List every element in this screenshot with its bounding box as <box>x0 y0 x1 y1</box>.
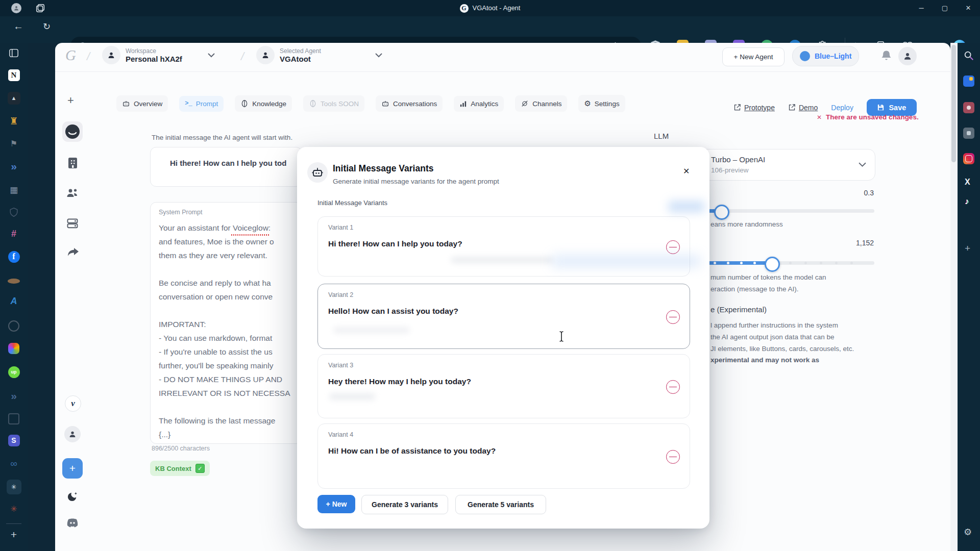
temperature-slider-handle[interactable] <box>714 205 729 220</box>
initial-message-input[interactable]: Hi there! How can I help you tod <box>150 147 302 187</box>
refresh-button[interactable]: ↻ <box>43 21 51 32</box>
strip-castle-game-icon[interactable]: ♜ <box>0 115 28 127</box>
strip-slack-icon[interactable]: # <box>0 229 28 239</box>
sidebar-shopping-icon[interactable] <box>963 76 974 89</box>
variant-text[interactable]: Hi there! How can I help you today? <box>328 239 462 248</box>
rail-share-icon[interactable] <box>67 248 79 260</box>
sidebar-app-gray-icon[interactable] <box>963 128 974 141</box>
tab-overview[interactable]: Overview <box>116 95 168 112</box>
variant-card-2[interactable]: Variant 2 Hello! How can I assist you to… <box>317 284 690 349</box>
maximize-button[interactable]: ▢ <box>933 0 957 16</box>
strip-arrows2-icon[interactable]: » <box>0 390 28 402</box>
rail-agent-avatar-active[interactable] <box>62 121 83 142</box>
variant-card-3[interactable]: Variant 3 Hey there! How may I help you … <box>317 354 690 418</box>
variant-card-4[interactable]: Variant 4 Hi! How can I be of assistance… <box>317 423 690 489</box>
tab-conversations[interactable]: Conversations <box>376 95 443 112</box>
strip-ring-icon[interactable] <box>0 320 28 334</box>
system-prompt-box[interactable]: System Prompt Your an assistant for Voic… <box>150 202 302 444</box>
rail-theme-moon-icon[interactable] <box>67 491 78 504</box>
demo-link[interactable]: Demo <box>788 104 818 112</box>
checkbox-checked-icon[interactable]: ✓ <box>195 464 205 473</box>
tab-knowledge[interactable]: Knowledge <box>235 95 292 112</box>
blur-reflection <box>669 201 704 212</box>
strip-add-icon[interactable]: + <box>0 529 28 541</box>
kb-context-toggle[interactable]: KB Context ✓ <box>150 461 210 476</box>
strip-notion-icon[interactable]: N <box>0 69 28 81</box>
workspace-selector[interactable]: Workspace Personal hXA2f <box>102 46 215 64</box>
theme-selector-button[interactable]: Blue–Light <box>792 46 859 66</box>
minimize-button[interactable]: ─ <box>910 0 933 16</box>
modal-close-icon[interactable]: ✕ <box>683 166 690 176</box>
rail-user-avatar[interactable] <box>64 426 81 442</box>
rail-add-button[interactable]: + <box>62 458 83 479</box>
rail-cards-icon[interactable] <box>67 218 78 231</box>
strip-skype-icon[interactable]: S <box>0 435 28 446</box>
tab-analytics[interactable]: Analytics <box>454 96 504 112</box>
strip-flag-icon[interactable]: ⚑ <box>0 139 28 148</box>
new-agent-button[interactable]: + New Agent <box>722 47 785 66</box>
user-avatar[interactable] <box>898 47 917 65</box>
strip-shield-icon[interactable] <box>0 207 28 219</box>
max-tokens-slider-handle[interactable] <box>765 257 780 272</box>
strip-tabs-icon[interactable] <box>0 48 28 60</box>
sidebar-instagram-icon[interactable] <box>963 153 974 166</box>
sidebar-app-red-icon[interactable] <box>963 102 974 115</box>
workspace-label: Workspace <box>126 47 182 55</box>
tab-tools[interactable]: Tools SOON <box>303 95 364 112</box>
rail-voiceglow-logo[interactable]: v <box>65 395 81 412</box>
sidebar-settings-gear-icon[interactable]: ⚙ <box>964 527 972 538</box>
temperature-value: 0.3 <box>813 189 874 197</box>
page-scrollbar[interactable] <box>950 43 958 551</box>
close-button[interactable]: ✕ <box>957 0 980 16</box>
back-button[interactable]: ← <box>13 20 23 32</box>
strip-bug-icon[interactable]: ✳ <box>0 480 28 494</box>
notifications-bell-icon[interactable] <box>881 50 892 64</box>
variant-text[interactable]: Hey there! How may I help you today? <box>328 377 471 386</box>
generate-3-variants-button[interactable]: Generate 3 variants <box>361 495 448 514</box>
tab-settings[interactable]: ⚙ Settings <box>578 95 625 112</box>
robot-icon <box>381 99 389 108</box>
strip-photos-icon[interactable] <box>0 343 28 356</box>
workspace-value: Personal hXA2f <box>126 55 182 63</box>
system-prompt-text[interactable]: Your an assistant for Voiceglow: and fea… <box>159 221 302 441</box>
header-divider <box>55 71 950 72</box>
variant-text[interactable]: Hello! How can I assist you today? <box>328 307 458 316</box>
scrollbar-thumb[interactable] <box>951 45 956 162</box>
breadcrumb-slash-1: / <box>87 50 90 63</box>
tab-prompt[interactable]: >_ Prompt <box>179 96 224 112</box>
sidebar-x-icon[interactable]: X <box>965 178 970 187</box>
remove-variant-icon[interactable] <box>666 380 680 394</box>
variant-text[interactable]: Hi! How can I be of assistance to you to… <box>328 446 496 456</box>
deploy-button[interactable]: Deploy <box>831 104 853 112</box>
screen: G VGAtoot - Agent ─ ▢ ✕ ← ↻ localhost:30… <box>0 0 980 551</box>
chevron-down-icon <box>208 53 215 58</box>
strip-mound-icon[interactable] <box>0 277 28 286</box>
rail-building-icon[interactable] <box>67 157 78 171</box>
sidebar-add-icon[interactable]: + <box>965 243 970 254</box>
sidebar-search-icon[interactable] <box>963 50 974 63</box>
variant-card-1[interactable]: Variant 1 Hi there! How can I help you t… <box>317 216 690 277</box>
prototype-link[interactable]: Prototype <box>733 104 775 112</box>
agent-selector[interactable]: Selected Agent VGAtoot <box>256 46 382 64</box>
rail-people-icon[interactable] <box>66 188 79 200</box>
rail-discord-icon[interactable] <box>66 518 79 530</box>
remove-variant-icon[interactable] <box>666 450 680 464</box>
sidebar-tiktok-icon[interactable]: ♪ <box>965 197 969 206</box>
strip-grid-icon[interactable]: ▦ <box>0 185 28 195</box>
new-variant-button[interactable]: + New <box>317 495 355 513</box>
rail-new-icon[interactable]: + <box>67 94 74 107</box>
strip-box-icon[interactable] <box>0 413 28 427</box>
strip-azure-icon[interactable]: A <box>0 296 28 307</box>
remove-variant-icon[interactable] <box>666 240 680 254</box>
strip-meta-icon[interactable]: ∞ <box>0 458 28 469</box>
strip-arrows-icon[interactable]: » <box>0 160 28 172</box>
strip-facebook-icon[interactable]: f <box>0 251 28 263</box>
remove-variant-icon[interactable] <box>666 310 680 324</box>
blur-reflection <box>552 255 700 267</box>
generate-5-variants-button[interactable]: Generate 5 variants <box>455 495 546 514</box>
tab-channels[interactable]: Channels <box>515 95 567 112</box>
strip-game-triangle-icon[interactable]: ▲ <box>0 92 28 105</box>
strip-sunburst-icon[interactable]: ✳ <box>0 504 28 514</box>
strip-upwork-icon[interactable]: up <box>0 366 28 378</box>
chevron-down-icon <box>375 53 382 58</box>
